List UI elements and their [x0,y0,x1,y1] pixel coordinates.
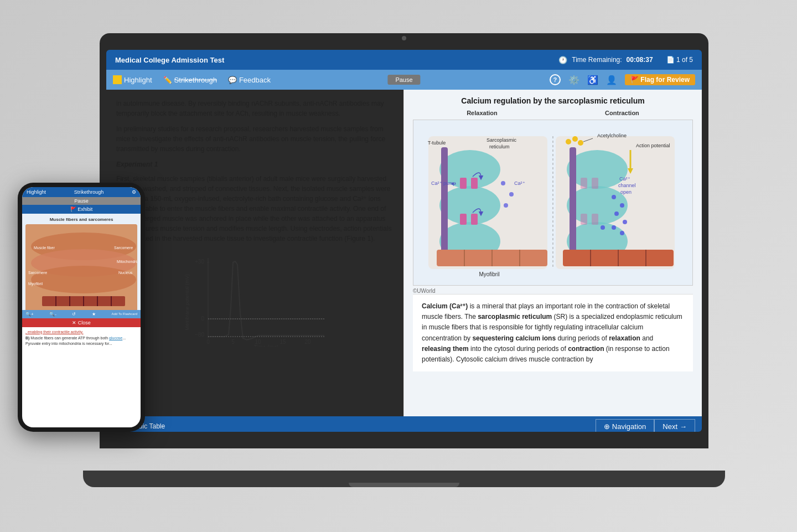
svg-text:Sarcomere: Sarcomere [114,246,133,250]
phone-zoom-in[interactable]: 🔍+ [25,312,34,317]
diagram-sublabels: Relaxation Contraction [413,110,693,116]
header-right: 🕐 Time Remaining: 00:08:37 📄 1 of 5 [558,56,693,64]
svg-rect-27 [471,178,478,189]
svg-text:Sarcomere: Sarcomere [28,271,47,275]
svg-text:Action potential: Action potential [636,143,670,148]
phone-strikethrough-btn[interactable]: Strikethrough [74,189,104,195]
svg-rect-26 [460,178,467,189]
page-icon: 📄 [666,56,675,64]
svg-text:Acetylcholine: Acetylcholine [597,133,627,138]
main-content: in autoimmune disease. By reversibly bin… [106,90,702,416]
navigation-button[interactable]: ⊕ Navigation [596,419,654,432]
copyright: ©UWorld [413,288,693,294]
help-button[interactable]: ? [550,74,561,85]
phone-screen: Highlight Strikethrough ⚙ Pause 🚩 Exhibi… [22,187,141,427]
phone-reset[interactable]: ↺ [72,312,76,317]
passage-p1: in autoimmune disease. By reversibly bin… [116,99,394,118]
diagram-section: Calcium regulation by the sarcoplasmic r… [404,90,702,378]
pause-button[interactable]: Pause [387,75,420,85]
phone-highlight-btn[interactable]: Highlight [27,189,46,195]
app-toolbar: Highlight ✏️ Strikethrough 💬 Feedback ? [106,70,702,90]
svg-point-20 [439,186,500,225]
phone-text-area: , enabling their contractile activity. B… [22,327,141,428]
footer-nav-buttons: ⊕ Navigation Next → [596,419,695,432]
svg-point-65 [623,220,627,224]
passage-p2: In preliminary studies for a research pr… [116,124,394,154]
svg-point-76 [31,266,136,293]
toolbar-right: ? ⚙️ ♿ 👤 🚩 Flag for Review [550,74,695,85]
phone-bottom-bar: 🔍+ 🔍- ↺ ★ Add To Flashcard [22,310,141,318]
strikethrough-button[interactable]: ✏️ Strikethrough [163,76,217,84]
phone-exhibit-panel: Muscle fibers and sarcomeres [22,214,141,310]
svg-point-66 [612,225,616,230]
phone: Highlight Strikethrough ⚙ Pause 🚩 Exhibi… [18,183,145,432]
app-title: Medical College Admission Test [115,56,224,64]
flag-review-button[interactable]: 🚩 Flag for Review [625,74,695,85]
laptop-body: Medical College Admission Test 🕐 Time Re… [100,33,708,448]
svg-text:Muscle fiber: Muscle fiber [34,246,55,250]
svg-text:Ca²⁺: Ca²⁺ [514,180,525,186]
contraction-label: Contraction [605,110,639,116]
svg-text:Ca²⁺: Ca²⁺ [619,176,630,182]
experiment-title: Experiment 1 [116,159,394,169]
svg-point-32 [501,181,505,185]
svg-text:Ca²⁺ pump: Ca²⁺ pump [431,180,456,186]
svg-point-33 [509,192,514,197]
time-remaining-value: 00:08:37 [627,56,653,64]
time-remaining-label: Time Remaining: [572,56,622,64]
svg-text:5: 5 [231,339,235,345]
strikethrough-icon: ✏️ [163,76,172,84]
svg-point-68 [601,225,605,230]
laptop: Medical College Admission Test 🕐 Time Re… [100,33,708,487]
phone-zoom-out[interactable]: 🔍- [49,312,56,317]
progress-indicator: 📄 1 of 5 [666,56,693,64]
svg-text:open: open [620,189,632,195]
feedback-button[interactable]: 💬 Feedback [228,76,271,84]
laptop-camera [402,36,406,40]
svg-text:Myofibril: Myofibril [479,271,499,277]
passage-p3: First, skeletal muscle samples (tibialis… [116,174,394,244]
diagram-title: Calcium regulation by the sarcoplasmic r… [413,96,693,105]
description-section: Calcium (Ca²⁺) is a mineral that plays a… [413,294,693,371]
svg-text:reticulum: reticulum [489,144,510,149]
person-icon[interactable]: 👤 [606,75,617,85]
ap-graph-svg: +30 0 −80 0 5 10 15 20 [183,252,327,347]
svg-rect-28 [460,214,467,225]
svg-point-64 [614,211,619,216]
phone-settings-icon[interactable]: ⚙ [132,189,136,195]
svg-point-48 [572,136,578,142]
phone-exhibit-button[interactable]: 🚩 Exhibit [22,205,141,214]
svg-rect-56 [592,178,598,189]
svg-point-67 [620,231,624,235]
phone-close-button[interactable]: ✕ Close [22,318,141,327]
svg-point-49 [578,140,583,146]
settings-icon[interactable]: ⚙️ [568,75,579,85]
svg-text:Nucleus: Nucleus [118,271,133,275]
svg-text:Mitochondria: Mitochondria [117,260,137,264]
svg-text:channel: channel [618,183,636,188]
svg-point-63 [620,203,624,208]
description-text: Calcium (Ca²⁺) is a mineral that plays a… [422,301,684,365]
phone-content: Muscle fibers and sarcomeres [22,214,141,310]
next-button[interactable]: Next → [654,419,695,432]
phone-flashcard[interactable]: ★ [92,312,96,317]
feedback-icon: 💬 [228,76,237,84]
scene: Medical College Admission Test 🕐 Time Re… [0,0,797,532]
svg-rect-22 [441,147,448,258]
svg-text:20: 20 [304,339,311,345]
laptop-base [83,471,725,487]
highlight-icon [113,75,122,84]
accessibility-icon[interactable]: ♿ [587,75,598,85]
svg-text:Membrane potential (mV): Membrane potential (mV) [184,274,190,330]
right-panel: Calcium regulation by the sarcoplasmic r… [404,90,702,416]
highlight-button[interactable]: Highlight [113,75,152,84]
app-container: Medical College Admission Test 🕐 Time Re… [106,50,702,432]
svg-rect-55 [581,178,587,189]
svg-text:T-tubule: T-tubule [428,140,446,146]
svg-text:0: 0 [201,316,204,322]
next-arrow-icon: → [680,422,687,431]
nav-icon: ⊕ [604,422,610,431]
svg-text:Time (ms): Time (ms) [253,344,278,347]
svg-text:Sarcoplasmic: Sarcoplasmic [487,137,517,143]
phone-pause-label: Pause [22,197,141,205]
